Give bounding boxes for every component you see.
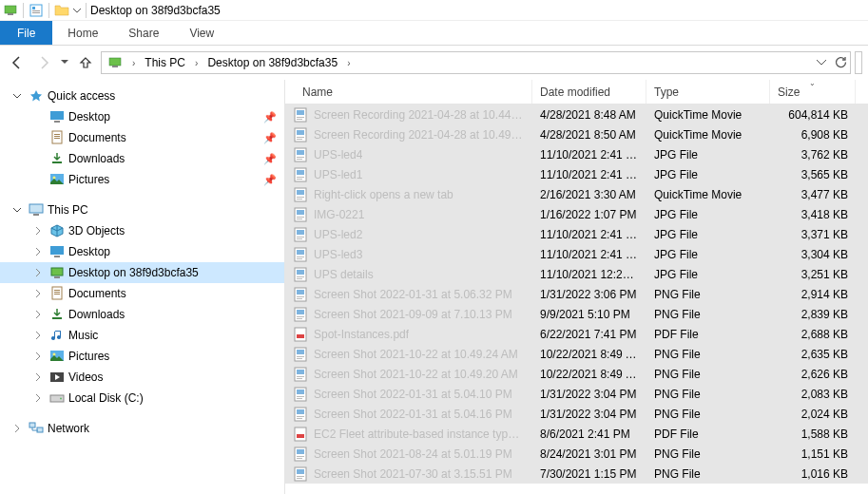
svg-rect-87 (297, 376, 304, 377)
chevron-right-icon[interactable]: › (191, 58, 202, 68)
column-size[interactable]: ⌄ Size (770, 80, 856, 104)
expand-icon[interactable] (32, 246, 44, 257)
tree-item-documents[interactable]: Documents📌 (0, 127, 284, 148)
file-row[interactable]: Screen Shot 2021-09-09 at 7.10.13 PM9/9/… (285, 304, 868, 324)
svg-rect-13 (54, 138, 60, 139)
crumb-root[interactable] (104, 52, 126, 73)
tree-item-music[interactable]: Music (0, 325, 284, 346)
svg-rect-58 (297, 218, 302, 219)
tree-item-desktop[interactable]: Desktop (0, 241, 284, 262)
file-size: 604,814 KB (770, 108, 856, 122)
tree-item-desktop[interactable]: Desktop📌 (0, 106, 284, 127)
file-row[interactable]: Screen Shot 2021-10-22 at 10.49.24 AM10/… (285, 344, 868, 364)
file-row[interactable]: Screen Shot 2022-01-31 at 5.04.16 PM1/31… (285, 404, 868, 424)
chevron-right-icon[interactable]: › (128, 58, 139, 68)
file-size: 2,839 KB (770, 308, 856, 321)
expand-icon[interactable] (32, 330, 44, 341)
forward-button[interactable] (32, 51, 55, 74)
spacer (32, 111, 44, 123)
expand-icon[interactable] (11, 423, 23, 434)
refresh-icon[interactable] (833, 55, 848, 70)
properties-icon[interactable] (28, 2, 45, 19)
file-row[interactable]: UPS details11/10/2021 12:21 ...JPG File3… (285, 264, 868, 284)
tree-item-3d-objects[interactable]: 3D Objects (0, 220, 284, 241)
svg-point-32 (60, 398, 62, 400)
file-row[interactable]: Right-click opens a new tab2/16/2021 3:3… (285, 184, 868, 204)
file-type: QuickTime Movie (646, 108, 770, 122)
file-icon (293, 127, 308, 142)
tab-home[interactable]: Home (52, 21, 113, 45)
crumb-location[interactable]: Desktop on 38f9d3bcfa35 (203, 52, 341, 73)
file-row[interactable]: Screen Shot 2021-10-22 at 10.49.20 AM10/… (285, 364, 868, 384)
file-icon (293, 147, 308, 162)
expand-icon[interactable] (32, 371, 44, 383)
chevron-right-icon[interactable]: › (343, 58, 354, 68)
file-icon (293, 466, 308, 482)
tree-quick-access[interactable]: Quick access (0, 86, 284, 106)
file-row[interactable]: UPS-led211/10/2021 2:41 PMJPG File3,371 … (285, 224, 868, 244)
collapse-icon[interactable] (11, 204, 23, 216)
file-size: 2,083 KB (770, 388, 856, 401)
file-row[interactable]: Spot-Instances.pdf6/22/2021 7:41 PMPDF F… (285, 324, 868, 344)
tree-item-desktop-on-38f9d3bcfa35[interactable]: Desktop on 38f9d3bcfa35 (0, 262, 284, 283)
tree-label: Desktop (68, 110, 110, 124)
expand-icon[interactable] (32, 267, 44, 278)
file-row[interactable]: Screen Shot 2021-08-24 at 5.01.19 PM8/24… (285, 444, 868, 464)
address-toolbar: › This PC › Desktop on 38f9d3bcfa35 › (0, 46, 868, 80)
tree-item-pictures[interactable]: Pictures📌 (0, 169, 284, 190)
column-name[interactable]: Name (285, 80, 532, 104)
file-name: UPS details (314, 268, 374, 281)
tree-item-downloads[interactable]: Downloads📌 (0, 148, 284, 169)
expand-icon[interactable] (32, 225, 44, 237)
file-icon (293, 187, 308, 202)
file-row[interactable]: EC2 Fleet attribute-based instance type … (285, 424, 868, 444)
tree-label: This PC (48, 203, 88, 217)
file-row[interactable]: UPS-led411/10/2021 2:41 PMJPG File3,762 … (285, 144, 868, 164)
collapse-icon[interactable] (11, 90, 23, 102)
file-date: 10/22/2021 8:49 AM (532, 348, 646, 361)
tree-network[interactable]: Network (0, 418, 284, 439)
expand-icon[interactable] (32, 309, 44, 320)
column-type[interactable]: Type (646, 80, 770, 104)
recent-dropdown[interactable] (59, 51, 70, 74)
tree-item-downloads[interactable]: Downloads (0, 304, 284, 325)
file-row[interactable]: Screen Recording 2021-04-28 at 10.44.05 … (285, 104, 868, 124)
expand-icon[interactable] (32, 288, 44, 299)
file-row[interactable]: Screen Recording 2021-04-28 at 10.49.51 … (285, 124, 868, 144)
search-box[interactable] (855, 51, 862, 74)
tree-item-documents[interactable]: Documents (0, 283, 284, 304)
tree-this-pc[interactable]: This PC (0, 200, 284, 220)
file-row[interactable]: IMG-02211/16/2022 1:07 PMJPG File3,418 K… (285, 204, 868, 224)
tab-share[interactable]: Share (113, 21, 174, 45)
file-date: 8/6/2021 2:41 PM (532, 428, 646, 441)
tree-item-pictures[interactable]: Pictures (0, 346, 284, 367)
pin-icon: 📌 (263, 132, 277, 144)
qat-dropdown-icon[interactable] (72, 2, 82, 19)
svg-rect-42 (297, 139, 302, 140)
up-button[interactable] (74, 51, 97, 74)
back-button[interactable] (6, 51, 29, 74)
file-size: 3,418 KB (770, 208, 856, 221)
svg-rect-8 (50, 111, 64, 120)
file-icon (293, 227, 308, 242)
tab-file[interactable]: File (0, 21, 52, 45)
file-type: JPG File (646, 208, 770, 221)
file-row[interactable]: Screen Shot 2022-01-31 at 5.04.10 PM1/31… (285, 384, 868, 404)
file-list[interactable]: Screen Recording 2021-04-28 at 10.44.05 … (285, 104, 868, 484)
column-date[interactable]: Date modified (532, 80, 646, 104)
file-row[interactable]: Screen Shot 2022-01-31 at 5.06.32 PM1/31… (285, 284, 868, 304)
address-dropdown-icon[interactable] (814, 55, 829, 70)
file-row[interactable]: UPS-led111/10/2021 2:41 PMJPG File3,565 … (285, 164, 868, 184)
tab-view[interactable]: View (174, 21, 229, 45)
expand-icon[interactable] (32, 351, 44, 362)
svg-rect-0 (5, 6, 16, 13)
expand-icon[interactable] (32, 392, 44, 404)
svg-rect-80 (297, 334, 304, 338)
crumb-this-pc[interactable]: This PC (141, 52, 189, 73)
svg-rect-41 (297, 137, 304, 138)
tree-item-local-disk-c-[interactable]: Local Disk (C:) (0, 388, 284, 408)
tree-item-videos[interactable]: Videos (0, 367, 284, 388)
file-row[interactable]: Screen Shot 2021-07-30 at 3.15.51 PM7/30… (285, 464, 868, 484)
file-row[interactable]: UPS-led311/10/2021 2:41 PMJPG File3,304 … (285, 244, 868, 264)
address-bar[interactable]: › This PC › Desktop on 38f9d3bcfa35 › (101, 51, 851, 74)
